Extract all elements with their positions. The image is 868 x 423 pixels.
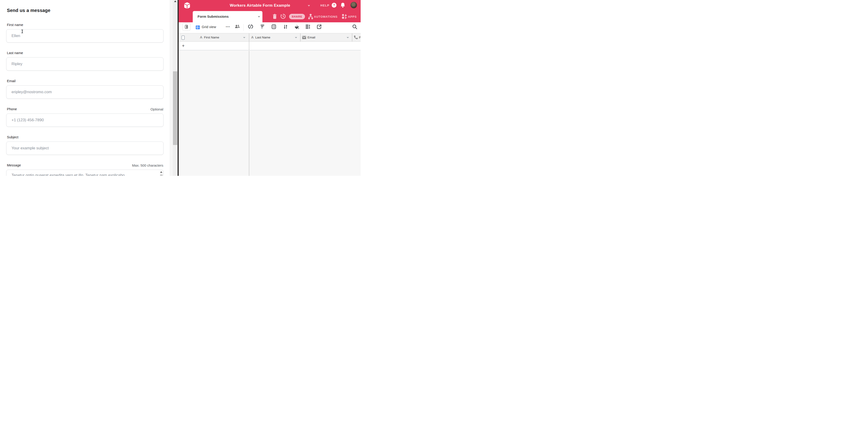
hide-fields-icon[interactable] bbox=[248, 24, 253, 29]
filter-icon[interactable] bbox=[260, 24, 265, 29]
group-icon[interactable] bbox=[272, 24, 276, 29]
left-scroll-up-icon[interactable] bbox=[174, 0, 177, 2]
trash-icon[interactable] bbox=[273, 14, 277, 19]
column-caret-icon[interactable] bbox=[347, 37, 349, 38]
share-view-icon[interactable] bbox=[317, 24, 321, 29]
add-row-row[interactable]: + bbox=[179, 42, 361, 51]
table-tab-bar: Form Submissions SHARE AUTOMATIONS bbox=[179, 11, 361, 22]
column-header-last-name[interactable]: Last Name bbox=[255, 36, 270, 39]
message-max-annotation: Max. 500 characters bbox=[132, 163, 163, 167]
frozen-column-border bbox=[249, 42, 249, 51]
help-question-icon[interactable]: ? bbox=[332, 3, 337, 8]
left-pane-gutter bbox=[169, 0, 173, 176]
email-label: Email bbox=[7, 79, 16, 83]
column-border[interactable] bbox=[352, 33, 352, 42]
table-caret-icon[interactable] bbox=[258, 16, 260, 18]
email-field-type-icon bbox=[302, 36, 306, 39]
view-name[interactable]: Grid view bbox=[202, 25, 216, 29]
text-field-type-icon: A bbox=[200, 35, 203, 39]
column-caret-icon[interactable] bbox=[295, 37, 297, 38]
view-toolbar: Grid view ••• bbox=[179, 22, 361, 33]
email-input[interactable] bbox=[6, 85, 163, 99]
automations-button[interactable]: AUTOMATIONS bbox=[314, 15, 338, 19]
form-title: Send us a message bbox=[7, 8, 50, 13]
apps-icon[interactable] bbox=[342, 14, 347, 19]
history-icon[interactable] bbox=[280, 13, 286, 19]
contact-form-pane: Send us a message First name Last name E… bbox=[0, 0, 169, 176]
add-row-button[interactable]: + bbox=[182, 43, 185, 49]
share-button[interactable]: SHARE bbox=[289, 14, 305, 19]
select-all-checkbox[interactable] bbox=[182, 35, 185, 40]
apps-button[interactable]: APPS bbox=[348, 15, 357, 19]
column-header-email[interactable]: Email bbox=[308, 36, 315, 39]
search-icon[interactable] bbox=[352, 24, 357, 29]
phone-field-type-icon bbox=[354, 35, 358, 39]
view-more-icon[interactable]: ••• bbox=[226, 25, 230, 28]
message-text: Tenetur optio quaerat expedita vero et i… bbox=[11, 173, 156, 176]
airtable-logo-icon bbox=[184, 2, 190, 9]
airtable-pane: Workers Airtable Form Example HELP ? For… bbox=[179, 0, 361, 176]
side-panel-icon bbox=[185, 25, 188, 29]
help-button[interactable]: HELP bbox=[320, 4, 329, 7]
last-name-input[interactable] bbox=[6, 57, 163, 71]
column-header-phone[interactable]: Phone bbox=[359, 36, 361, 39]
notifications-bell-icon[interactable] bbox=[340, 3, 345, 8]
screen: Send us a message First name Last name E… bbox=[0, 0, 361, 176]
view-sidebar-toggle-button[interactable] bbox=[182, 23, 191, 31]
grid-empty-area bbox=[179, 51, 361, 176]
user-avatar[interactable] bbox=[350, 2, 357, 8]
phone-label: Phone bbox=[7, 107, 17, 111]
toolbar-divider bbox=[243, 24, 244, 31]
last-name-label: Last name bbox=[7, 51, 23, 55]
scroll-up-icon[interactable] bbox=[160, 171, 162, 173]
active-table-name: Form Submissions bbox=[197, 14, 228, 19]
tab-form-submissions[interactable]: Form Submissions bbox=[193, 11, 262, 22]
message-label: Message bbox=[7, 163, 21, 167]
phone-input[interactable] bbox=[6, 114, 163, 127]
first-name-label: First name bbox=[7, 23, 23, 27]
phone-optional-annotation: Optional bbox=[150, 107, 163, 111]
column-header-first-name[interactable]: First Name bbox=[204, 36, 219, 39]
base-title[interactable]: Workers Airtable Form Example bbox=[230, 3, 290, 8]
grid-column-headers: A First Name A Last Name Email Phone bbox=[179, 33, 361, 42]
column-border[interactable] bbox=[249, 33, 249, 42]
message-textarea[interactable]: Tenetur optio quaerat expedita vero et i… bbox=[6, 170, 163, 176]
subject-label: Subject bbox=[7, 135, 19, 139]
subject-input[interactable] bbox=[6, 142, 163, 155]
sort-icon[interactable] bbox=[284, 24, 287, 29]
frozen-column-border bbox=[249, 51, 249, 176]
column-caret-icon[interactable] bbox=[243, 37, 245, 38]
text-field-type-icon: A bbox=[251, 35, 254, 39]
first-name-input[interactable] bbox=[6, 29, 163, 42]
row-height-icon[interactable] bbox=[305, 24, 310, 29]
base-title-caret-icon[interactable] bbox=[308, 5, 310, 6]
collaborators-icon[interactable] bbox=[235, 24, 240, 29]
color-icon[interactable] bbox=[294, 24, 299, 29]
message-scrollbar-thumb[interactable] bbox=[160, 175, 163, 176]
automations-icon[interactable] bbox=[308, 14, 313, 19]
left-scrollbar-thumb[interactable] bbox=[173, 71, 177, 145]
column-border[interactable] bbox=[300, 33, 301, 42]
grid-view-icon bbox=[196, 26, 200, 29]
text-cursor-icon bbox=[21, 30, 23, 33]
airtable-header: Workers Airtable Form Example HELP ? bbox=[179, 0, 361, 11]
